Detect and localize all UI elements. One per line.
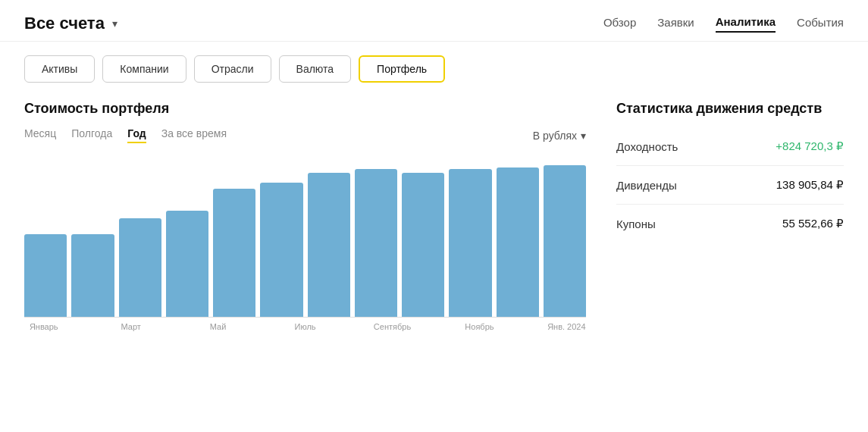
bar-group-11 [544, 165, 586, 317]
x-label-7 [329, 322, 368, 331]
x-label-10: Ноябрь [460, 322, 499, 331]
x-label-2: Март [111, 322, 150, 331]
bar [449, 169, 491, 317]
bar-group-9 [449, 169, 491, 317]
stats-label: Купоны [616, 218, 656, 230]
bar [260, 183, 302, 317]
stats-label: Доходность [616, 140, 678, 153]
tab-компании[interactable]: Компании [102, 55, 186, 83]
bar [544, 165, 586, 317]
x-label-11 [503, 322, 542, 331]
header: Все счета ▾ ОбзорЗаявкиАналитикаСобытия [0, 0, 868, 42]
x-label-9 [416, 322, 455, 331]
period-год[interactable]: Год [127, 127, 146, 143]
bar-group-4 [213, 189, 255, 317]
nav-item-аналитика[interactable]: Аналитика [716, 15, 776, 33]
stats-item: Доходность+824 720,3 ₽ [616, 127, 844, 166]
stats-list: Доходность+824 720,3 ₽Дивиденды138 905,8… [616, 127, 844, 243]
bar [24, 234, 67, 317]
bar-chart [24, 151, 586, 318]
bar-group-7 [355, 169, 397, 317]
main-content: Стоимость портфеля МесяцПолгодаГодЗа все… [0, 83, 868, 339]
header-nav: ОбзорЗаявкиАналитикаСобытия [603, 15, 844, 33]
stats-section-title: Статистика движения средств [616, 101, 844, 117]
bar-group-10 [497, 167, 539, 317]
bar [497, 167, 539, 317]
bar [402, 173, 444, 317]
bar-group-6 [308, 173, 350, 317]
x-label-4: Май [199, 322, 237, 331]
chart-section-title: Стоимость портфеля [24, 101, 586, 117]
tab-валюта[interactable]: Валюта [279, 55, 352, 83]
bar [119, 218, 161, 317]
currency-label: В рублях [533, 130, 577, 142]
x-axis: ЯнварьМартМайИюльСентябрьНоябрьЯнв. 2024 [24, 318, 586, 331]
bar-group-5 [260, 183, 302, 317]
nav-item-обзор[interactable]: Обзор [603, 16, 636, 32]
x-label-12: Янв. 2024 [547, 322, 586, 331]
period-row: МесяцПолгодаГодЗа все время В рублях ▾ [24, 127, 586, 143]
stats-label: Дивиденды [616, 179, 677, 192]
bar-group-3 [166, 211, 208, 317]
stats-item: Дивиденды138 905,84 ₽ [616, 166, 844, 205]
x-label-5 [242, 322, 280, 331]
x-label-6: Июль [286, 322, 324, 331]
stats-value: +824 720,3 ₽ [776, 139, 844, 153]
period-за все время[interactable]: За все время [161, 127, 227, 143]
bar [355, 169, 397, 317]
x-label-3 [155, 322, 193, 331]
page-title: Все счета [24, 14, 105, 33]
stats-item: Купоны55 552,66 ₽ [616, 205, 844, 243]
bar-group-1 [71, 234, 114, 317]
chevron-down-icon[interactable]: ▾ [112, 17, 118, 30]
tab-отрасли[interactable]: Отрасли [194, 55, 271, 83]
bar-group-2 [119, 218, 161, 317]
bar [308, 173, 350, 317]
x-label-1 [67, 322, 106, 331]
stats-value: 138 905,84 ₽ [776, 178, 844, 192]
currency-selector[interactable]: В рублях ▾ [533, 130, 586, 142]
bar-group-0 [24, 234, 67, 317]
tab-активы[interactable]: Активы [24, 55, 95, 83]
right-panel: Статистика движения средств Доходность+8… [616, 101, 844, 331]
nav-item-заявки[interactable]: Заявки [657, 16, 694, 32]
period-месяц[interactable]: Месяц [24, 127, 56, 143]
stats-value: 55 552,66 ₽ [782, 217, 844, 230]
nav-item-события[interactable]: События [797, 16, 844, 32]
bar [213, 189, 255, 317]
header-left: Все счета ▾ [24, 14, 118, 33]
bar [166, 211, 208, 317]
category-tabs: АктивыКомпанииОтраслиВалютаПортфель [0, 42, 868, 83]
tab-портфель[interactable]: Портфель [359, 55, 445, 83]
currency-chevron-icon: ▾ [581, 130, 586, 142]
x-label-8: Сентябрь [373, 322, 412, 331]
left-panel: Стоимость портфеля МесяцПолгодаГодЗа все… [24, 101, 586, 331]
x-label-0: Январь [24, 322, 63, 331]
period-полгода[interactable]: Полгода [71, 127, 112, 143]
bar-group-8 [402, 173, 444, 317]
bar [71, 234, 114, 317]
period-tabs: МесяцПолгодаГодЗа все время [24, 127, 227, 143]
